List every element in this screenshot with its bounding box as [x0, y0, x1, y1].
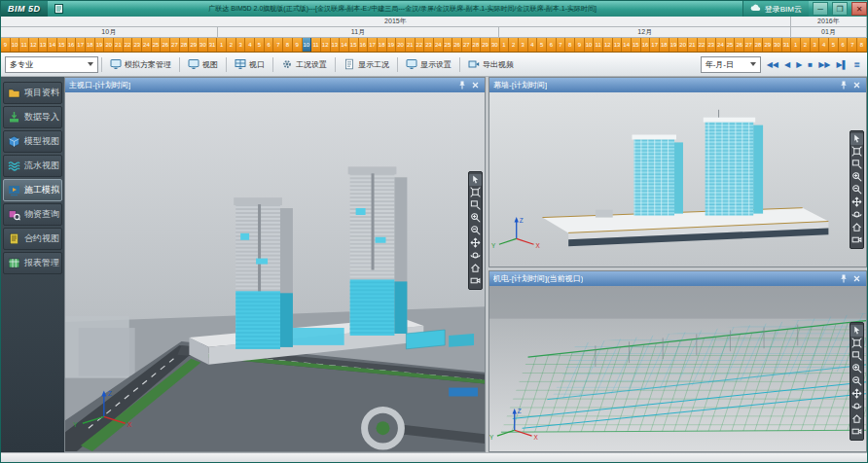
sidebar-item-flow-view[interactable]: 流水视图	[3, 155, 62, 177]
timeline-day-cell[interactable]: 5	[255, 38, 265, 52]
timeline-day-cell[interactable]: 26	[735, 38, 744, 52]
curtain-wall-viewport-header[interactable]: 幕墙-[计划时间]	[489, 78, 866, 92]
timeline-day-cell[interactable]: 12	[603, 38, 613, 52]
timeline-day-cell[interactable]: 19	[669, 38, 679, 52]
timeline-day-cell[interactable]: 6	[265, 38, 274, 52]
timeline-day-cell[interactable]: 15	[632, 38, 641, 52]
timeline-day-cell[interactable]: 11	[594, 38, 603, 52]
camera-button[interactable]	[469, 275, 482, 287]
sidebar-item-data-import[interactable]: 数据导入	[3, 106, 62, 128]
pin-icon[interactable]	[456, 80, 467, 90]
timeline-day-cell[interactable]: 18	[86, 38, 95, 52]
sidebar-item-model-view[interactable]: 模型视图	[3, 130, 62, 153]
fast-forward-button[interactable]: ▶▶	[815, 60, 833, 69]
timeline-day-cell[interactable]: 8	[283, 38, 293, 52]
timeline-day-cell[interactable]: 20	[396, 38, 406, 52]
timeline-day-cell[interactable]: 24	[142, 38, 152, 52]
date-format-dropdown[interactable]: 年-月-日	[701, 56, 761, 73]
timeline-day-cell[interactable]: 31	[782, 38, 792, 52]
timeline-day-cell[interactable]: 7	[557, 38, 566, 52]
timeline-day-cell[interactable]: 28	[180, 38, 190, 52]
timeline-day-cell[interactable]: 14	[622, 38, 632, 52]
sidebar-item-contract-view[interactable]: 合约视图	[3, 228, 62, 250]
timeline-day-cell[interactable]: 16	[641, 38, 651, 52]
export-video-button[interactable]: 导出视频	[463, 54, 519, 74]
sidebar-item-material-query[interactable]: 物资查询	[3, 203, 62, 226]
timeline-day-cell[interactable]: 14	[48, 38, 57, 52]
curtain-wall-viewport-canvas[interactable]: Z X Y	[489, 92, 866, 267]
timeline-day-cell[interactable]: 2	[801, 38, 811, 52]
timeline-day-cell[interactable]: 28	[472, 38, 482, 52]
timeline-day-cell[interactable]: 28	[754, 38, 764, 52]
skip-to-end-button[interactable]: ▶▌	[833, 60, 850, 69]
timeline-day-cell[interactable]: 3	[811, 38, 820, 52]
timeline-day-cell[interactable]: 27	[170, 38, 180, 52]
stop-button[interactable]: ■	[805, 60, 815, 69]
timeline-day-cell[interactable]: 19	[387, 38, 397, 52]
timeline-day-cell[interactable]: 6	[839, 38, 849, 52]
timeline-day-cell[interactable]: 15	[349, 38, 359, 52]
timeline-day-cell[interactable]: 29	[763, 38, 773, 52]
main-viewport-canvas[interactable]: Z X Y	[65, 92, 485, 451]
timeline-day-cell[interactable]: 3	[236, 38, 246, 52]
timeline-day-cell[interactable]: 17	[76, 38, 86, 52]
main-viewport-header[interactable]: 主视口-[计划时间]	[65, 78, 485, 92]
timeline-day-cell[interactable]: 18	[378, 38, 387, 52]
show-work-condition-button[interactable]: 显示工况	[339, 54, 394, 74]
timeline-day-cell[interactable]: 10	[585, 38, 595, 52]
mep-viewport-header[interactable]: 机电-[计划时间](当前视口)	[489, 271, 866, 286]
timeline-day-cell[interactable]: 22	[416, 38, 425, 52]
timeline-day-cell[interactable]: 2	[227, 38, 236, 52]
timeline-day-cell[interactable]: 31	[208, 38, 218, 52]
timeline-day-cell[interactable]: 27	[462, 38, 472, 52]
timeline-day-cell[interactable]: 15	[57, 38, 67, 52]
timeline-day-cell[interactable]: 26	[452, 38, 462, 52]
timeline-day-cell[interactable]: 8	[565, 38, 575, 52]
timeline-day-cell[interactable]: 16	[67, 38, 77, 52]
timeline-day-cell[interactable]: 12	[29, 38, 39, 52]
timeline-day-cell[interactable]: 20	[678, 38, 688, 52]
timeline-day-cell[interactable]: 14	[340, 38, 349, 52]
fast-backward-button[interactable]: ◀◀	[764, 60, 781, 69]
timeline-day-cell[interactable]: 4	[819, 38, 829, 52]
timeline-day-cell[interactable]: 25	[152, 38, 162, 52]
timeline-day-cell[interactable]: 10	[11, 38, 20, 52]
timeline-day-cell[interactable]: 17	[650, 38, 660, 52]
timeline-day-cell[interactable]: 4	[528, 38, 538, 52]
timeline-day-cell[interactable]: 1	[500, 38, 510, 52]
timeline-day-cell[interactable]: 24	[716, 38, 726, 52]
timeline-day-row[interactable]: 9101112131415161718192021222324252627282…	[1, 38, 867, 53]
timeline-day-cell[interactable]: 23	[132, 38, 142, 52]
timeline-day-cell[interactable]: 11	[311, 38, 321, 52]
camera-button[interactable]	[850, 426, 863, 438]
work-condition-settings-button[interactable]: 工况设置	[276, 54, 332, 74]
close-icon[interactable]	[851, 80, 862, 90]
profession-dropdown[interactable]: 多专业	[5, 56, 98, 73]
view-button[interactable]: 视图	[183, 54, 223, 74]
timeline-day-cell[interactable]: 16	[359, 38, 369, 52]
timeline-day-cell[interactable]: 9	[293, 38, 303, 52]
minimize-button[interactable]: ─	[813, 2, 828, 16]
sidebar-item-report-management[interactable]: 报表管理	[3, 252, 62, 274]
timeline-day-cell[interactable]: 30	[490, 38, 500, 52]
timeline-day-cell[interactable]: 10	[303, 38, 312, 52]
timeline-day-cell[interactable]: 9	[575, 38, 585, 52]
pin-icon[interactable]	[838, 273, 849, 284]
timeline-day-cell[interactable]: 5	[537, 38, 547, 52]
viewport-button[interactable]: 视口	[230, 54, 270, 74]
timeline-day-cell[interactable]: 29	[189, 38, 199, 52]
pin-icon[interactable]	[838, 80, 849, 90]
timeline-day-cell[interactable]: 4	[245, 38, 255, 52]
timeline-day-cell[interactable]: 7	[273, 38, 283, 52]
timeline-day-cell[interactable]: 21	[406, 38, 416, 52]
titlebar[interactable]: BIM 5D 广联达 BIM5D 2.0旗舰版(正式版)---[金汉联席-副本-…	[1, 1, 867, 17]
timeline-day-cell[interactable]: 12	[321, 38, 331, 52]
timeline-day-cell[interactable]: 9	[1, 38, 11, 52]
timeline-day-cell[interactable]: 1	[791, 38, 801, 52]
timeline-day-cell[interactable]: 25	[726, 38, 736, 52]
timeline-day-cell[interactable]: 7	[848, 38, 857, 52]
close-icon[interactable]	[851, 273, 862, 284]
timeline-day-cell[interactable]: 6	[547, 38, 557, 52]
timeline-day-cell[interactable]: 5	[829, 38, 839, 52]
timeline-day-cell[interactable]: 24	[434, 38, 444, 52]
